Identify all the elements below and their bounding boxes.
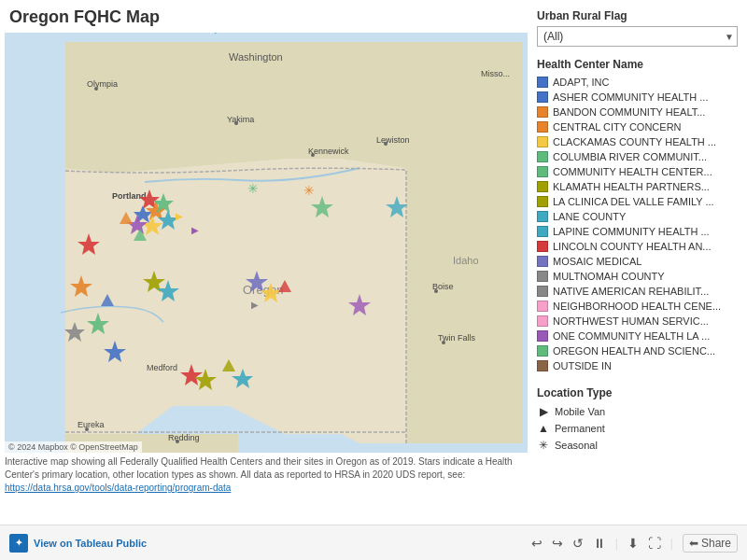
- svg-text:Medford: Medford: [147, 363, 177, 372]
- tableau-bar: ✦ View on Tableau Public ↩ ↪ ↺ ⏸ | ⬇ ⛶ |…: [0, 525, 747, 560]
- svg-marker-37: [87, 313, 109, 334]
- svg-marker-51: [134, 229, 147, 241]
- legend-item: LANE COUNTY: [537, 209, 738, 224]
- map-footer-text: Interactive map showing all Federally Qu…: [5, 456, 513, 480]
- svg-marker-53: [278, 280, 291, 292]
- svg-point-14: [384, 142, 388, 146]
- svg-marker-52: [101, 294, 114, 306]
- legend-label: COLUMBIA RIVER COMMUNIT...: [553, 151, 707, 162]
- svg-text:Portland: Portland: [112, 191, 147, 201]
- svg-text:Washington: Washington: [229, 51, 283, 63]
- svg-text:Oregon: Oregon: [243, 283, 283, 297]
- legend-label: LA CLINICA DEL VALLE FAMILY ...: [553, 196, 714, 207]
- svg-point-20: [434, 289, 438, 293]
- location-symbol: ▲: [537, 422, 550, 435]
- legend-item: NEIGHBORHOOD HEALTH CENE...: [537, 299, 738, 314]
- legend-color: [537, 91, 548, 103]
- svg-point-22: [442, 341, 445, 344]
- svg-marker-1: [5, 42, 523, 443]
- svg-text:▶: ▶: [251, 300, 259, 310]
- revert-button[interactable]: ↺: [572, 536, 584, 551]
- legend-color: [537, 360, 548, 371]
- legend-color: [537, 315, 548, 327]
- map-footer-link[interactable]: https://data.hrsa.gov/tools/data-reporti…: [5, 483, 231, 493]
- svg-text:▶: ▶: [215, 33, 222, 35]
- legend-color: [537, 211, 548, 222]
- redo-button[interactable]: ↪: [552, 536, 563, 551]
- svg-text:✳: ✳: [303, 183, 315, 198]
- location-type-item: ▶Mobile Van: [537, 403, 738, 420]
- legend-label: OUTSIDE IN: [553, 360, 612, 371]
- urban-rural-flag-label: Urban Rural Flag: [537, 9, 738, 22]
- legend-item: LAPINE COMMUNITY HEALTH ...: [537, 224, 738, 239]
- svg-text:✳: ✳: [247, 181, 259, 196]
- legend-label: MULTNOMAH COUNTY: [553, 271, 665, 282]
- urban-rural-flag-select[interactable]: (All) Rural Urban: [537, 26, 738, 47]
- map-footer: Interactive map showing all Federally Qu…: [5, 455, 528, 495]
- legend-color: [537, 77, 548, 88]
- legend-color: [537, 330, 548, 342]
- legend-color: [537, 301, 548, 312]
- legend-item: ADAPT, INC: [537, 75, 738, 90]
- legend-color: [537, 136, 548, 147]
- legend-item: CENTRAL CITY CONCERN: [537, 119, 738, 134]
- download-button[interactable]: ⬇: [627, 536, 639, 551]
- legend-label: NORTHWEST HUMAN SERVIC...: [553, 315, 709, 327]
- legend-label: ONE COMMUNITY HEALTH LA ...: [553, 330, 710, 342]
- legend-color: [537, 166, 548, 177]
- legend-item: OUTSIDE IN: [537, 358, 738, 373]
- svg-marker-35: [78, 233, 100, 255]
- legend-color: [537, 181, 548, 192]
- location-type-label: Seasonal: [555, 440, 598, 451]
- svg-rect-0: [5, 33, 528, 453]
- page-title: Oregon FQHC Map: [9, 7, 160, 27]
- legend-label: OREGON HEALTH AND SCIENC...: [553, 345, 715, 357]
- undo-button[interactable]: ↩: [531, 536, 543, 551]
- right-panel: Urban Rural Flag (All) Rural Urban ▼ Hea…: [532, 9, 742, 551]
- tableau-icon: ✦: [9, 534, 28, 553]
- fullscreen-button[interactable]: ⛶: [648, 536, 661, 551]
- svg-marker-29: [134, 205, 152, 223]
- svg-marker-47: [348, 294, 371, 315]
- map-container: Washington Olympia Yakima Kennewick Lewi…: [5, 33, 528, 453]
- svg-text:Idaho: Idaho: [453, 255, 479, 266]
- health-center-legend: ADAPT, INCASHER COMMUNITY HEALTH ...BAND…: [537, 75, 738, 373]
- legend-item: ASHER COMMUNITY HEALTH ...: [537, 90, 738, 105]
- legend-item: ONE COMMUNITY HEALTH LA ...: [537, 329, 738, 343]
- svg-marker-31: [153, 193, 174, 213]
- svg-text:Twin Falls: Twin Falls: [438, 333, 476, 343]
- legend-color: [537, 345, 548, 357]
- share-button[interactable]: ⬅ Share: [683, 534, 738, 553]
- legend-label: LAPINE COMMUNITY HEALTH ...: [553, 226, 710, 237]
- svg-marker-32: [142, 216, 162, 235]
- legend-item: NORTHWEST HUMAN SERVIC...: [537, 314, 738, 329]
- legend-label: NEIGHBORHOOD HEALTH CENE...: [553, 301, 721, 312]
- legend-item: CLACKAMAS COUNTY HEALTH ...: [537, 134, 738, 149]
- legend-label: MOSAIC MEDICAL: [553, 256, 641, 267]
- location-type-label: Mobile Van: [555, 406, 605, 417]
- toolbar-icons: ↩ ↪ ↺ ⏸ | ⬇ ⛶ | ⬅ Share: [531, 534, 738, 553]
- urban-rural-flag-dropdown[interactable]: (All) Rural Urban ▼: [537, 26, 738, 47]
- legend-color: [537, 226, 548, 237]
- legend-item: LA CLINICA DEL VALLE FAMILY ...: [537, 194, 738, 209]
- legend-item: OREGON HEALTH AND SCIENC...: [537, 343, 738, 358]
- tableau-logo-area[interactable]: ✦ View on Tableau Public: [9, 534, 147, 553]
- svg-marker-36: [70, 275, 92, 297]
- location-symbol: ▶: [537, 405, 550, 418]
- svg-text:Kennewick: Kennewick: [308, 147, 349, 156]
- svg-marker-44: [180, 364, 203, 385]
- svg-text:Redding: Redding: [168, 433, 200, 442]
- legend-item: COMMUNITY HEALTH CENTER...: [537, 164, 738, 179]
- svg-marker-41: [246, 271, 268, 292]
- location-type-label: Location Type: [537, 386, 738, 399]
- legend-label: ADAPT, INC: [553, 77, 610, 88]
- legend-color: [537, 121, 548, 133]
- svg-marker-54: [222, 359, 235, 371]
- map-copyright: © 2024 Mapbox © OpenStreetMap: [5, 441, 142, 453]
- pause-button[interactable]: ⏸: [593, 536, 606, 551]
- legend-color: [537, 196, 548, 207]
- svg-marker-3: [406, 163, 523, 443]
- svg-marker-40: [157, 280, 179, 301]
- legend-label: ASHER COMMUNITY HEALTH ...: [553, 91, 708, 103]
- legend-label: LINCOLN COUNTY HEALTH AN...: [553, 241, 712, 252]
